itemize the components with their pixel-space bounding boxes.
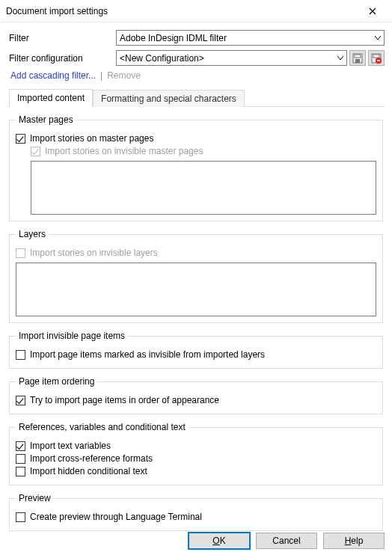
window-title: Document import settings xyxy=(6,6,359,16)
cancel-button-label: Cancel xyxy=(272,536,300,546)
label-text-vars: Import text variables xyxy=(30,441,111,451)
dialog-content: Filter Adobe InDesign IDML filter Filter… xyxy=(0,22,392,546)
tab-formatting-label: Formatting and special characters xyxy=(101,93,236,104)
tab-formatting[interactable]: Formatting and special characters xyxy=(93,90,245,107)
help-button[interactable]: Help xyxy=(323,533,385,549)
add-cascading-filter-link[interactable]: Add cascading filter... xyxy=(10,70,96,81)
checkbox-try-order[interactable] xyxy=(16,396,25,405)
svg-rect-2 xyxy=(355,59,360,63)
filter-row: Filter Adobe InDesign IDML filter xyxy=(7,30,385,46)
config-label: Filter configuration xyxy=(7,53,116,64)
dialog-footer: OK Cancel Help xyxy=(189,533,385,549)
group-references-legend: References, variables and conditional te… xyxy=(16,422,189,432)
layers-listbox[interactable] xyxy=(16,263,376,316)
close-button[interactable] xyxy=(359,1,386,22)
svg-rect-4 xyxy=(373,55,379,58)
config-select[interactable]: <New Configuration> xyxy=(116,50,347,66)
filter-select[interactable]: Adobe InDesign IDML filter xyxy=(116,30,385,46)
filter-select-value: Adobe InDesign IDML filter xyxy=(120,33,227,43)
checkbox-import-master[interactable] xyxy=(16,134,25,144)
label-import-marked-invisible: Import page items marked as invisible fr… xyxy=(30,349,265,360)
group-layers-legend: Layers xyxy=(16,229,49,239)
checkbox-hidden-cond[interactable] xyxy=(16,467,25,476)
config-select-value: <New Configuration> xyxy=(120,53,204,64)
disk-delete-icon xyxy=(371,53,382,64)
checkbox-xref[interactable] xyxy=(16,454,25,464)
group-invisible-items-legend: Import invisible page items xyxy=(16,331,128,341)
label-hidden-cond: Import hidden conditional text xyxy=(30,466,147,476)
group-preview: Preview Create preview through Language … xyxy=(9,493,383,531)
group-ordering-legend: Page item ordering xyxy=(16,376,97,387)
close-icon xyxy=(369,7,376,15)
separator: | xyxy=(100,70,102,81)
checkbox-create-preview[interactable] xyxy=(16,512,25,522)
group-references: References, variables and conditional te… xyxy=(9,422,383,485)
cancel-button[interactable]: Cancel xyxy=(256,533,317,549)
titlebar: Document import settings xyxy=(0,0,392,22)
checkbox-import-marked-invisible[interactable] xyxy=(16,350,25,360)
group-invisible-items: Import invisible page items Import page … xyxy=(9,331,383,369)
tab-panel-imported: Master pages Import stories on master pa… xyxy=(7,107,385,540)
label-create-preview: Create preview through Language Terminal xyxy=(30,512,202,522)
checkbox-import-invisible-layers xyxy=(16,248,25,258)
label-import-master: Import stories on master pages xyxy=(30,133,153,144)
config-row: Filter configuration <New Configuration> xyxy=(7,50,385,66)
label-import-invisible-layers: Import stories on invisible layers xyxy=(30,248,158,258)
checkbox-text-vars[interactable] xyxy=(16,441,25,451)
group-layers: Layers Import stories on invisible layer… xyxy=(9,229,383,323)
tab-imported-label: Imported content xyxy=(17,93,85,103)
group-master-pages: Master pages Import stories on master pa… xyxy=(9,114,383,221)
group-preview-legend: Preview xyxy=(16,493,54,503)
tab-strip: Imported content Formatting and special … xyxy=(7,88,385,107)
master-pages-listbox[interactable] xyxy=(31,161,376,215)
cascade-row: Add cascading filter... | Remove xyxy=(10,70,385,81)
chevron-down-icon xyxy=(337,56,343,61)
group-ordering: Page item ordering Try to import page it… xyxy=(9,376,383,414)
save-config-button[interactable] xyxy=(349,50,366,66)
tab-imported-content[interactable]: Imported content xyxy=(9,89,93,107)
label-xref: Import cross-reference formats xyxy=(30,453,153,464)
remove-cascading-link: Remove xyxy=(107,70,141,81)
label-import-invisible-master: Import stories on invisible master pages xyxy=(45,146,203,156)
group-master-pages-legend: Master pages xyxy=(16,114,76,125)
svg-rect-1 xyxy=(355,55,361,58)
filter-label: Filter xyxy=(7,33,116,43)
checkbox-import-invisible-master xyxy=(31,147,40,156)
delete-config-button[interactable] xyxy=(368,50,385,66)
disk-icon xyxy=(352,53,363,64)
ok-button[interactable]: OK xyxy=(189,533,250,549)
chevron-down-icon xyxy=(375,36,381,40)
label-try-order: Try to import page items in order of app… xyxy=(30,395,219,405)
